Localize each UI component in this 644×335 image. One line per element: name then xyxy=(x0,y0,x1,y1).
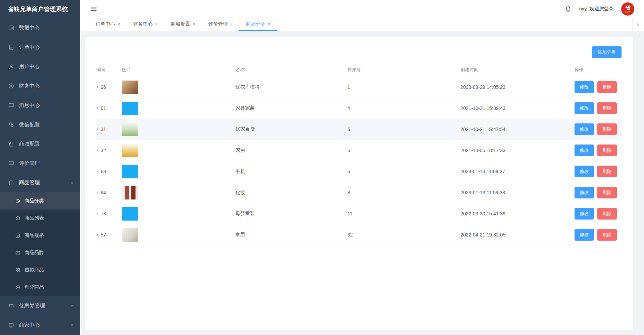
sidebar-item-label: 订单中心 xyxy=(19,44,40,50)
sidebar-item-label: 财务中心 xyxy=(19,83,40,89)
topbar: nyy ,欢迎您登录 省 SQX xyxy=(80,0,644,18)
row-name: 手机 xyxy=(235,168,347,175)
delete-button[interactable]: 删除 xyxy=(597,102,617,114)
sidebar-toggle-button[interactable] xyxy=(88,3,100,15)
expand-row-icon[interactable]: › xyxy=(96,211,98,216)
product-category-icon xyxy=(15,198,20,204)
app-root: 省钱兄单商户管理系统 数据中心 订单中心 用户中心 财务中心 消息中心 微信配置… xyxy=(0,0,644,335)
sidebar-item-finance-center[interactable]: 财务中心 xyxy=(0,76,80,95)
sidebar-item-label: 数据中心 xyxy=(19,25,40,31)
sidebar-item-merchant-center[interactable]: 商家中心 ∨ xyxy=(0,315,80,335)
tab-mall-config[interactable]: 商城配置 × xyxy=(164,18,202,31)
row-id: 31 xyxy=(101,127,106,132)
row-created: 2021-10-05 18:17:33 xyxy=(460,148,575,153)
category-image xyxy=(122,165,138,178)
expand-row-icon[interactable]: › xyxy=(96,105,98,111)
bell-icon xyxy=(565,6,571,12)
sidebar-item-product-category[interactable]: 商品分类 xyxy=(0,192,80,210)
delete-button[interactable]: 删除 xyxy=(597,166,617,177)
expand-row-icon[interactable]: › xyxy=(96,126,98,132)
tab-review-management[interactable]: 评价管理 × xyxy=(202,18,240,31)
row-id: 73 xyxy=(101,211,106,216)
content-area: 添加分类 编号 图片 名称 排序号 创建时间 操作 ›96 优衣库模特 xyxy=(80,31,644,335)
row-sort: 5 xyxy=(347,127,460,132)
tab-product-category[interactable]: 商品分类 × xyxy=(239,18,277,31)
row-sort: 1 xyxy=(347,84,460,90)
sidebar-item-message-center[interactable]: 消息中心 xyxy=(0,95,80,115)
header-image: 图片 xyxy=(122,67,235,73)
sidebar-item-product-management[interactable]: 商品管理 ∧ xyxy=(0,173,80,192)
sidebar-item-label: 优惠券管理 xyxy=(19,303,45,309)
expand-row-icon[interactable]: › xyxy=(96,84,98,90)
expand-row-icon[interactable]: › xyxy=(96,168,98,174)
tabs-overflow-button[interactable]: ∨ xyxy=(632,18,644,31)
tab-finance-center[interactable]: 财务中心 × xyxy=(127,18,165,31)
sidebar-item-virtual-product[interactable]: 虚拟商品 xyxy=(0,261,80,279)
sidebar-item-product-list[interactable]: 商品列表 xyxy=(0,210,80,227)
sidebar-item-points-product[interactable]: 积分商品 xyxy=(0,279,80,296)
notification-bell-button[interactable] xyxy=(565,6,571,12)
sidebar-item-user-center[interactable]: 用户中心 xyxy=(0,57,80,76)
add-category-button[interactable]: 添加分类 xyxy=(592,46,622,58)
row-id: 63 xyxy=(101,169,106,174)
table-row: ›63 手机 6 2023-01-13 11:09:27 修改 删除 xyxy=(96,161,622,182)
edit-button[interactable]: 修改 xyxy=(575,81,594,93)
sidebar-item-mall-config[interactable]: 商城配置 xyxy=(0,134,80,153)
edit-button[interactable]: 修改 xyxy=(575,145,594,156)
order-center-icon xyxy=(8,44,14,50)
tab-close-icon[interactable]: × xyxy=(155,21,158,27)
tab-close-icon[interactable]: × xyxy=(118,21,120,27)
merchant-center-icon xyxy=(8,322,14,328)
avatar[interactable]: 省 SQX xyxy=(621,2,634,16)
edit-button[interactable]: 修改 xyxy=(575,166,594,177)
product-submenu: 商品分类 商品列表 商品规格 商品品牌 虚拟商品 积分商品 xyxy=(0,192,80,296)
row-name: 居家百货 xyxy=(235,126,347,132)
tab-close-icon[interactable]: × xyxy=(230,21,233,27)
row-sort: 8 xyxy=(347,190,460,195)
category-image xyxy=(122,228,138,242)
delete-button[interactable]: 删除 xyxy=(597,187,617,198)
sidebar-item-coupon-management[interactable]: 优惠券管理 ∨ xyxy=(0,296,80,315)
row-name: 家用 xyxy=(235,232,347,238)
delete-button[interactable]: 删除 xyxy=(597,208,617,220)
table-row: ›96 优衣库模特 1 2023-03-29 14:05:23 修改 删除 xyxy=(96,77,622,98)
sidebar-item-review-management[interactable]: 评价管理 xyxy=(0,153,80,173)
hamburger-icon xyxy=(91,6,97,12)
expand-row-icon[interactable]: › xyxy=(96,232,98,237)
sidebar-item-wechat-config[interactable]: 微信配置 xyxy=(0,115,80,134)
sidebar-item-product-spec[interactable]: 商品规格 xyxy=(0,227,80,244)
tab-close-icon[interactable]: × xyxy=(268,21,270,27)
edit-button[interactable]: 修改 xyxy=(575,208,594,220)
edit-button[interactable]: 修改 xyxy=(575,102,594,114)
data-center-icon xyxy=(8,25,14,31)
tab-close-icon[interactable]: × xyxy=(193,21,195,27)
avatar-text: 省 xyxy=(625,5,631,10)
sidebar-item-label: 商品列表 xyxy=(25,215,44,221)
edit-button[interactable]: 修改 xyxy=(575,187,594,198)
sidebar-item-order-center[interactable]: 订单中心 xyxy=(0,37,80,57)
row-id: 61 xyxy=(101,105,106,111)
sidebar-item-product-brand[interactable]: 商品品牌 xyxy=(0,244,80,261)
avatar-subtext: SQX xyxy=(625,10,631,13)
expand-row-icon[interactable]: › xyxy=(96,189,98,195)
edit-button[interactable]: 修改 xyxy=(575,229,594,241)
sidebar-item-data-center[interactable]: 数据中心 xyxy=(0,18,80,37)
delete-button[interactable]: 删除 xyxy=(597,123,617,135)
sidebar-item-label: 商城配置 xyxy=(19,141,40,147)
sidebar-item-label: 评价管理 xyxy=(19,160,40,167)
category-image xyxy=(122,186,138,199)
row-id: 94 xyxy=(101,190,106,195)
table-row: ›73 母婴童装 11 2022-03-30 15:41:39 修改 删除 xyxy=(96,203,622,224)
expand-row-icon[interactable]: › xyxy=(96,147,98,153)
row-created: 2023-01-13 11:09:38 xyxy=(460,190,575,195)
row-created: 2022-03-30 15:41:39 xyxy=(460,211,575,216)
table-row: ›61 家具家装 4 2021-10-21 15:39:43 修改 删除 xyxy=(96,98,622,119)
sidebar-item-label: 虚拟商品 xyxy=(25,267,44,273)
tab-order-center[interactable]: 订单中心 × xyxy=(89,18,127,31)
edit-button[interactable]: 修改 xyxy=(575,123,594,135)
delete-button[interactable]: 删除 xyxy=(597,81,617,93)
delete-button[interactable]: 删除 xyxy=(597,145,617,156)
delete-button[interactable]: 删除 xyxy=(597,229,617,241)
header-name: 名称 xyxy=(235,67,347,73)
tabbar: 订单中心 × 财务中心 × 商城配置 × 评价管理 × 商品分类 × ∨ xyxy=(80,18,644,31)
